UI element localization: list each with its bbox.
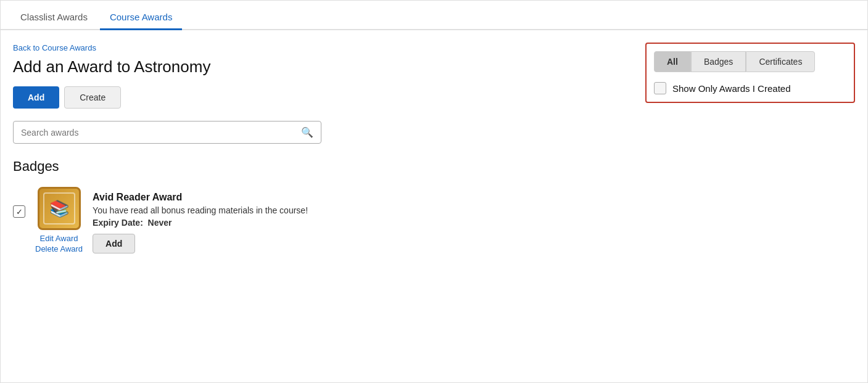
award-icon-links: Edit Award Delete Award: [35, 234, 83, 253]
show-only-row: Show Only Awards I Created: [654, 82, 846, 94]
filter-certificates-button[interactable]: Certificates: [746, 51, 815, 72]
award-icon-col: 📚 Edit Award Delete Award: [35, 187, 83, 253]
search-icon: 🔍: [301, 126, 313, 138]
delete-award-link[interactable]: Delete Award: [35, 244, 83, 253]
tab-bar: Classlist Awards Course Awards: [1, 1, 867, 30]
badge-icon: 📚: [38, 187, 81, 230]
action-buttons: Add Create: [13, 86, 633, 109]
back-link[interactable]: Back to Course Awards: [13, 43, 96, 52]
award-details: Avid Reader Award You have read all bonu…: [93, 187, 633, 253]
page-wrapper: Classlist Awards Course Awards Back to C…: [0, 0, 868, 383]
show-only-label: Show Only Awards I Created: [672, 83, 790, 94]
show-only-checkbox[interactable]: [654, 82, 666, 94]
badges-section-title: Badges: [13, 159, 633, 175]
edit-award-link[interactable]: Edit Award: [40, 234, 78, 243]
book-icon: 📚: [49, 199, 69, 218]
award-select-checkbox[interactable]: ✓: [13, 205, 25, 218]
award-expiry: Expiry Date: Never: [93, 218, 633, 228]
search-container: 🔍: [13, 121, 321, 144]
tab-course[interactable]: Course Awards: [100, 6, 182, 30]
filter-badges-button[interactable]: Badges: [691, 51, 746, 72]
add-button[interactable]: Add: [13, 86, 59, 109]
left-panel: Back to Course Awards Add an Award to As…: [13, 43, 633, 263]
main-content: Back to Course Awards Add an Award to As…: [1, 30, 867, 276]
tab-classlist[interactable]: Classlist Awards: [10, 6, 97, 30]
page-title: Add an Award to Astronomy: [13, 57, 633, 76]
award-checkbox-col: ✓: [13, 187, 25, 218]
badge-icon-inner: 📚: [43, 192, 75, 224]
award-item: ✓ 📚 Edit Award Delete Award: [13, 187, 633, 253]
expiry-value: Never: [148, 218, 172, 228]
filter-box: All Badges Certificates Show Only Awards…: [645, 43, 855, 103]
filter-all-button[interactable]: All: [654, 51, 691, 72]
award-add-button[interactable]: Add: [93, 234, 135, 253]
create-button[interactable]: Create: [64, 86, 121, 109]
right-panel: All Badges Certificates Show Only Awards…: [645, 43, 855, 263]
search-input[interactable]: [21, 128, 301, 138]
award-name: Avid Reader Award: [93, 192, 633, 203]
expiry-label: Expiry Date:: [93, 218, 143, 228]
type-filter-row: All Badges Certificates: [654, 51, 846, 72]
checkmark-icon: ✓: [16, 207, 23, 216]
award-description: You have read all bonus reading material…: [93, 205, 633, 215]
